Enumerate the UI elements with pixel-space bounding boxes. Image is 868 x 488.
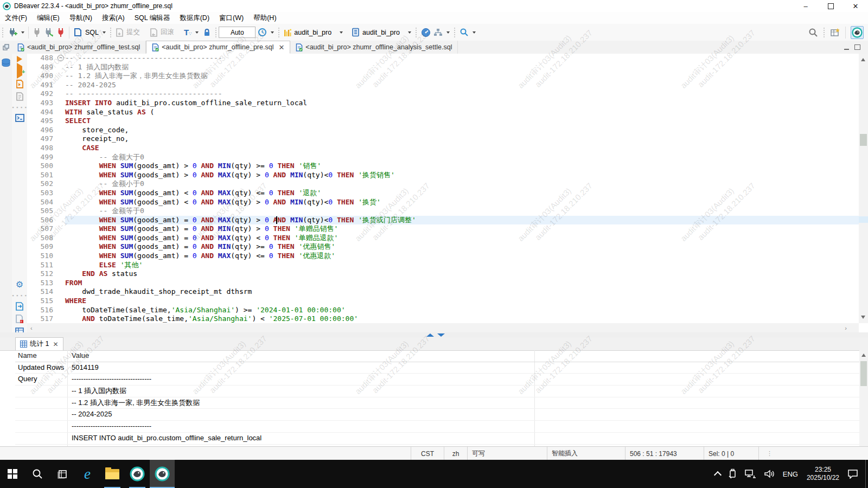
database-select-dropdown-icon[interactable] (408, 31, 411, 34)
file-explorer-button[interactable] (100, 460, 125, 488)
connect-icon[interactable] (33, 28, 41, 37)
transaction-dropdown-icon[interactable] (195, 31, 199, 34)
new-connection-icon[interactable] (8, 28, 17, 37)
code-line-495[interactable]: 495SELECT (27, 117, 859, 126)
column-name[interactable]: Name (15, 350, 68, 362)
table-row-2[interactable]: -- 1 插入国内数据 (15, 386, 859, 397)
table-row-1[interactable]: Query---------------------------------- (15, 374, 859, 386)
scroll-right-icon[interactable]: › (845, 325, 847, 331)
splitter-down-icon[interactable] (437, 333, 445, 337)
sql-dropdown-icon[interactable] (103, 31, 106, 34)
close-button[interactable]: ✕ (843, 0, 868, 12)
action-center-button[interactable] (844, 469, 862, 479)
code-line-491[interactable]: 491-- 2024-2025 (27, 81, 859, 90)
scroll-left-icon[interactable]: ‹ (30, 325, 33, 331)
dbeaver-taskbar-button-active[interactable] (150, 460, 175, 488)
scrollbar-thumb[interactable] (860, 361, 867, 386)
fold-collapse-icon[interactable]: − (58, 55, 64, 61)
language-indicator[interactable]: ENG (778, 470, 802, 478)
minimize-view-icon[interactable] (844, 44, 849, 50)
code-line-496[interactable]: 496 store_code, (27, 126, 859, 135)
code-line-511[interactable]: 511 ELSE '其他' (27, 261, 859, 270)
panel-splitter[interactable] (0, 332, 868, 337)
code-line-512[interactable]: 512 END AS status (27, 269, 859, 279)
editor-horizontal-scrollbar[interactable]: ‹ › (27, 323, 859, 332)
maximize-button[interactable] (818, 0, 843, 12)
statistics-tab[interactable]: 统计 1 ✕ (15, 337, 63, 350)
terminal-icon[interactable] (15, 114, 24, 122)
internet-explorer-button[interactable]: e (75, 460, 100, 488)
search-data-icon[interactable] (459, 28, 469, 37)
taskbar-search-button[interactable] (25, 460, 50, 488)
scrollbar-thumb[interactable] (860, 134, 867, 146)
code-line-508[interactable]: 508 WHEN SUM(goods_amt) = 0 AND MAX(qty)… (27, 234, 859, 243)
editor-tab-0[interactable]: <audit_bi_pro> zhumr_offline_test.sql (12, 41, 146, 54)
connection-dropdown-icon[interactable] (21, 31, 24, 34)
transaction-mode-icon[interactable]: T∵ (184, 28, 192, 37)
export-file-icon[interactable] (15, 302, 24, 311)
code-line-499[interactable]: 499 -- 金额大于0 (27, 153, 859, 162)
scroll-up-icon[interactable] (861, 58, 865, 61)
execute-script-icon[interactable] (15, 80, 24, 88)
table-row-4[interactable]: -- 2024-2025 (15, 409, 859, 421)
table-row-0[interactable]: Updated Rows5014119 (15, 362, 859, 374)
rollback-button[interactable]: 回滚 (161, 28, 174, 37)
menu-item-6[interactable]: 窗口(W) (214, 12, 248, 24)
unsaved-file-icon[interactable] (15, 314, 24, 324)
code-line-490[interactable]: 490-- 1.2 插入非海一家，非男生女生换货数据 (27, 72, 859, 81)
volume-tray-icon[interactable] (760, 469, 778, 479)
tab-close-icon[interactable]: ✕ (53, 341, 58, 348)
code-line-516[interactable]: 516 toDateTime(sale_time,'Asia/Shanghai'… (27, 306, 859, 315)
commit-mode-select[interactable]: Auto (219, 27, 256, 38)
code-line-492[interactable]: 492-- ---------------------------------- (27, 89, 859, 99)
sql-label[interactable]: SQL (85, 29, 99, 36)
history-dropdown-icon[interactable] (271, 31, 274, 34)
scroll-up-icon[interactable] (861, 354, 866, 357)
active-database[interactable]: audit_bi_pro (362, 29, 400, 36)
er-diagram-icon[interactable] (433, 28, 443, 37)
quick-access-search-icon[interactable] (808, 28, 818, 37)
lock-icon[interactable] (203, 28, 211, 37)
database-navigator-icon[interactable] (1, 58, 11, 68)
network-tray-icon[interactable] (741, 469, 760, 479)
table-row-5[interactable]: ---------------------------------- (15, 421, 859, 433)
maximize-view-icon[interactable] (854, 44, 860, 50)
task-view-button[interactable] (50, 460, 75, 488)
execute-new-tab-icon[interactable]: + (17, 66, 22, 76)
table-row-6[interactable]: INSERT INTO audit_bi_pro.custom_offline_… (15, 433, 859, 445)
menu-item-0[interactable]: 文件(F) (0, 12, 32, 24)
code-line-493[interactable]: 493INSERT INTO audit_bi_pro.custom_offli… (27, 99, 859, 108)
splitter-up-icon[interactable] (426, 333, 434, 337)
tray-expand-button[interactable] (711, 470, 724, 478)
start-button[interactable] (0, 460, 25, 488)
menu-item-5[interactable]: 数据库(D) (175, 12, 214, 24)
code-line-500[interactable]: 500 WHEN SUM(goods_amt) > 0 AND MIN(qty)… (27, 162, 859, 171)
sql-code-editor[interactable]: 488−-- ---------------------------------… (27, 54, 859, 323)
diagram-dropdown-icon[interactable] (446, 31, 450, 34)
editor-tab-2[interactable]: <audit_bi_pro> zhumr_offline_analysis_se… (290, 41, 458, 54)
sql-editor-icon[interactable] (73, 28, 82, 37)
disconnect-icon[interactable] (56, 28, 65, 37)
minimize-button[interactable]: – (793, 0, 818, 12)
connection-select-dropdown-icon[interactable] (340, 31, 343, 34)
editor-tab-1[interactable]: <audit_bi_pro> zhumr_offline_pre.sql✕ (146, 41, 290, 54)
code-line-494[interactable]: 494WITH sale_status AS ( (27, 108, 859, 117)
code-line-489[interactable]: 489-- 1 插入国内数据 (27, 63, 859, 72)
code-line-515[interactable]: 515WHERE (27, 297, 859, 306)
code-line-505[interactable]: 505 -- 金额等于0 (27, 207, 859, 216)
code-line-507[interactable]: 507 WHEN SUM(goods_amt) = 0 AND MIN(qty)… (27, 224, 859, 234)
code-line-503[interactable]: 503 WHEN SUM(goods_amt) < 0 AND MAX(qty)… (27, 189, 859, 198)
scroll-down-icon[interactable] (861, 316, 865, 319)
restore-panel-icon[interactable] (0, 41, 12, 54)
menu-item-4[interactable]: SQL 编辑器 (130, 12, 175, 24)
menu-item-7[interactable]: 帮助(H) (248, 12, 281, 24)
tab-close-icon[interactable]: ✕ (278, 43, 284, 52)
search-dropdown-icon[interactable] (473, 31, 476, 34)
table-row-3[interactable]: -- 1.2 插入非海一家, 非男生女生换货数据 (15, 397, 859, 409)
clock[interactable]: 23:25 2025/10/22 (802, 466, 844, 482)
menu-item-3[interactable]: 搜索(A) (97, 12, 130, 24)
execute-statement-icon[interactable] (17, 56, 22, 62)
show-desktop-button[interactable] (865, 460, 868, 488)
results-vertical-scrollbar[interactable] (859, 350, 868, 446)
code-line-504[interactable]: 504 WHEN SUM(goods_amt) < 0 AND MAX(qty)… (27, 198, 859, 207)
